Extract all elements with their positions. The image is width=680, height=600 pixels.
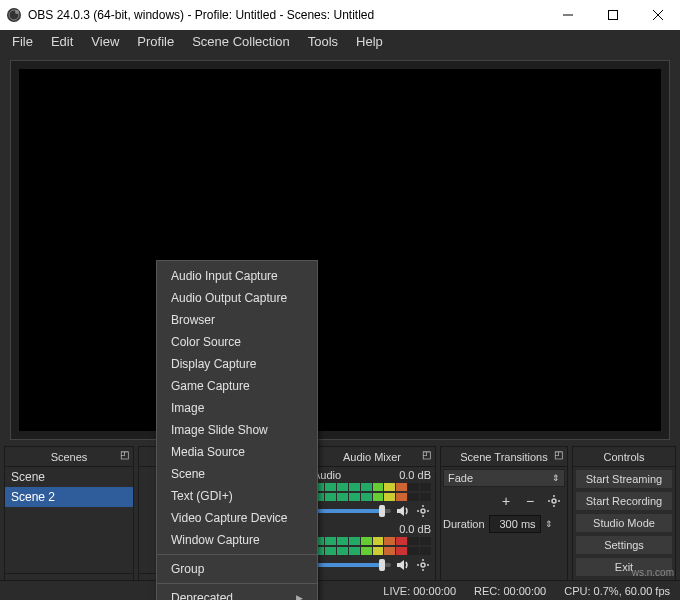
track-db: 0.0 dB xyxy=(399,523,431,535)
volume-slider[interactable] xyxy=(313,509,391,513)
transition-properties-button[interactable] xyxy=(543,491,565,511)
ctx-audio-input-capture[interactable]: Audio Input Capture xyxy=(157,265,317,287)
gear-icon[interactable] xyxy=(415,503,431,519)
add-transition-button[interactable]: + xyxy=(495,491,517,511)
svg-point-17 xyxy=(421,509,425,513)
maximize-button[interactable] xyxy=(590,0,635,30)
audio-meter xyxy=(313,537,431,545)
popout-icon[interactable]: ◰ xyxy=(120,449,129,460)
svg-marker-16 xyxy=(397,506,404,516)
volume-slider[interactable] xyxy=(313,563,391,567)
start-streaming-button[interactable]: Start Streaming xyxy=(575,469,673,489)
audio-meter xyxy=(313,493,431,501)
preview-area[interactable] xyxy=(10,60,670,440)
close-button[interactable] xyxy=(635,0,680,30)
ctx-scene[interactable]: Scene xyxy=(157,463,317,485)
minimize-button[interactable] xyxy=(545,0,590,30)
chevron-updown-icon: ⇕ xyxy=(552,473,560,483)
watermark: ws.n.com xyxy=(632,567,674,578)
chevron-right-icon: ▶ xyxy=(296,593,303,600)
svg-rect-4 xyxy=(608,11,617,20)
ctx-text-gdi[interactable]: Text (GDI+) xyxy=(157,485,317,507)
menu-profile[interactable]: Profile xyxy=(129,32,182,51)
ctx-image[interactable]: Image xyxy=(157,397,317,419)
svg-point-23 xyxy=(421,563,425,567)
app-icon xyxy=(6,7,22,23)
audio-mixer-panel: Audio Mixer◰ Audio0.0 dB 0.0 dB xyxy=(308,446,436,596)
ctx-video-capture-device[interactable]: Video Capture Device xyxy=(157,507,317,529)
chevron-updown-icon[interactable]: ⇕ xyxy=(545,519,553,529)
menubar: File Edit View Profile Scene Collection … xyxy=(0,30,680,52)
speaker-icon[interactable] xyxy=(395,557,411,573)
scene-item[interactable]: Scene xyxy=(5,467,133,487)
mixer-track: Audio0.0 dB xyxy=(313,469,431,519)
window-title: OBS 24.0.3 (64-bit, windows) - Profile: … xyxy=(28,8,374,22)
popout-icon[interactable]: ◰ xyxy=(422,449,431,460)
add-source-context-menu: Audio Input Capture Audio Output Capture… xyxy=(156,260,318,600)
controls-title: Controls xyxy=(604,451,645,463)
ctx-media-source[interactable]: Media Source xyxy=(157,441,317,463)
separator xyxy=(157,554,317,555)
menu-edit[interactable]: Edit xyxy=(43,32,81,51)
settings-button[interactable]: Settings xyxy=(575,535,673,555)
audio-meter xyxy=(313,483,431,491)
ctx-image-slide-show[interactable]: Image Slide Show xyxy=(157,419,317,441)
svg-point-28 xyxy=(552,499,556,503)
track-db: 0.0 dB xyxy=(399,469,431,481)
gear-icon[interactable] xyxy=(415,557,431,573)
preview-canvas xyxy=(19,69,661,431)
transitions-title: Scene Transitions xyxy=(460,451,547,463)
start-recording-button[interactable]: Start Recording xyxy=(575,491,673,511)
mixer-title: Audio Mixer xyxy=(343,451,401,463)
menu-scene-collection[interactable]: Scene Collection xyxy=(184,32,298,51)
popout-icon[interactable]: ◰ xyxy=(554,449,563,460)
separator xyxy=(157,583,317,584)
ctx-window-capture[interactable]: Window Capture xyxy=(157,529,317,551)
svg-marker-22 xyxy=(397,560,404,570)
scene-item[interactable]: Scene 2 xyxy=(5,487,133,507)
ctx-audio-output-capture[interactable]: Audio Output Capture xyxy=(157,287,317,309)
scenes-title: Scenes xyxy=(51,451,88,463)
menu-tools[interactable]: Tools xyxy=(300,32,346,51)
remove-transition-button[interactable]: − xyxy=(519,491,541,511)
mixer-track: 0.0 dB xyxy=(313,523,431,573)
ctx-browser[interactable]: Browser xyxy=(157,309,317,331)
menu-view[interactable]: View xyxy=(83,32,127,51)
svg-point-2 xyxy=(15,10,19,14)
status-rec: REC: 00:00:00 xyxy=(474,585,546,597)
studio-mode-button[interactable]: Studio Mode xyxy=(575,513,673,533)
scenes-panel: Scenes◰ Scene Scene 2 + − ∧ ∨ xyxy=(4,446,134,596)
duration-label: Duration xyxy=(443,518,485,530)
ctx-color-source[interactable]: Color Source xyxy=(157,331,317,353)
ctx-deprecated[interactable]: Deprecated▶ xyxy=(157,587,317,600)
transition-select[interactable]: Fade⇕ xyxy=(443,469,565,487)
audio-meter xyxy=(313,547,431,555)
transitions-panel: Scene Transitions◰ Fade⇕ + − Duration 30… xyxy=(440,446,568,596)
ctx-display-capture[interactable]: Display Capture xyxy=(157,353,317,375)
menu-file[interactable]: File xyxy=(4,32,41,51)
status-cpu: CPU: 0.7%, 60.00 fps xyxy=(564,585,670,597)
speaker-icon[interactable] xyxy=(395,503,411,519)
ctx-group[interactable]: Group xyxy=(157,558,317,580)
ctx-game-capture[interactable]: Game Capture xyxy=(157,375,317,397)
statusbar: LIVE: 00:00:00 REC: 00:00:00 CPU: 0.7%, … xyxy=(0,580,680,600)
duration-input[interactable]: 300 ms xyxy=(489,515,541,533)
window-titlebar: OBS 24.0.3 (64-bit, windows) - Profile: … xyxy=(0,0,680,30)
status-live: LIVE: 00:00:00 xyxy=(383,585,456,597)
menu-help[interactable]: Help xyxy=(348,32,391,51)
